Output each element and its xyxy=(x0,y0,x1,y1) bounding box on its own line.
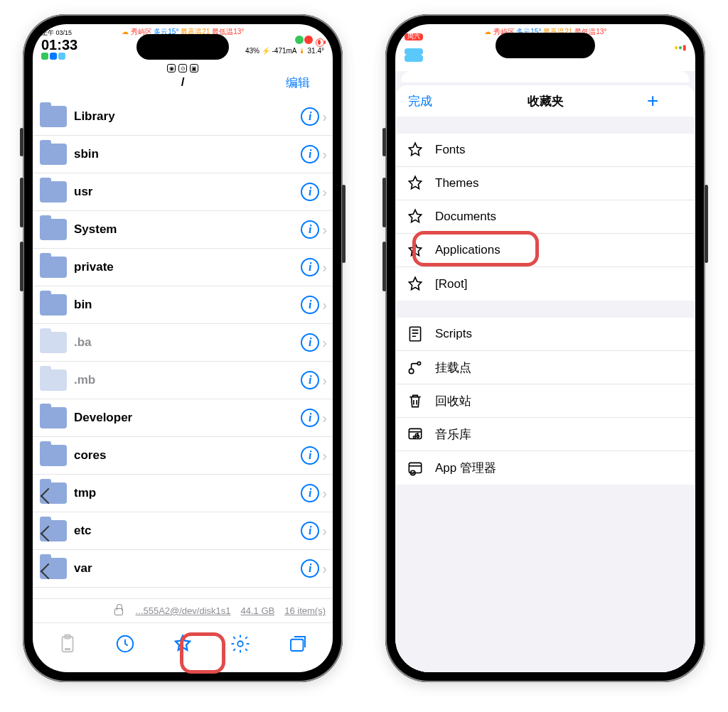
info-button[interactable]: i xyxy=(301,522,319,540)
favorite-label: Themes xyxy=(435,176,478,190)
modal-nav-bar: 完成 收藏夹 + xyxy=(397,85,694,117)
tab-settings[interactable] xyxy=(226,630,255,658)
phone-right: ☁ 秀屿区 多云15° 最高温21 最低温13° 周六 ●●▮ 完成 收藏夹 + xyxy=(385,14,705,682)
file-row[interactable]: privatei› xyxy=(33,249,333,286)
chevron-right-icon: › xyxy=(322,222,327,238)
folder-icon xyxy=(40,445,67,466)
shortcut-row[interactable]: 挂载点 xyxy=(397,351,694,384)
folder-icon xyxy=(40,370,67,391)
chevron-right-icon: › xyxy=(322,259,327,276)
info-button[interactable]: i xyxy=(301,409,319,427)
svg-point-6 xyxy=(237,641,243,647)
file-row[interactable]: coresi› xyxy=(33,437,333,475)
info-button[interactable]: i xyxy=(301,296,319,314)
favorite-label: Applications xyxy=(435,243,500,257)
favorite-row[interactable]: Themes xyxy=(397,167,694,200)
statusbar-icons: ●●▮ xyxy=(674,43,687,52)
chevron-right-icon: › xyxy=(322,297,327,313)
file-label: private xyxy=(74,260,301,274)
info-button[interactable]: i xyxy=(301,145,319,163)
appmgr-icon xyxy=(405,458,425,478)
dynamic-island xyxy=(136,34,229,60)
tab-recent[interactable] xyxy=(111,630,139,658)
folder-icon xyxy=(40,520,67,541)
item-count[interactable]: 16 item(s) xyxy=(284,605,326,616)
disk-path[interactable]: ...555A2@/dev/disk1s1 xyxy=(136,605,231,616)
file-label: Library xyxy=(74,109,301,124)
statusbar-indicators xyxy=(41,53,77,61)
folder-icon xyxy=(40,482,67,504)
shortcut-label: 挂载点 xyxy=(435,360,471,376)
chevron-right-icon: › xyxy=(322,448,327,464)
shortcut-row[interactable]: Scripts xyxy=(397,318,694,351)
shortcut-label: 回收站 xyxy=(435,393,471,409)
statusbar-time: 01:33 xyxy=(41,37,77,53)
tab-windows[interactable] xyxy=(284,630,312,658)
shortcut-label: 音乐库 xyxy=(435,426,471,443)
info-button[interactable]: i xyxy=(301,333,319,352)
file-label: Developer xyxy=(74,411,301,425)
star-icon xyxy=(405,173,425,193)
chevron-right-icon: › xyxy=(322,146,327,163)
folder-icon xyxy=(40,181,67,203)
info-button[interactable]: i xyxy=(301,446,319,465)
info-button[interactable]: i xyxy=(301,371,319,389)
info-button[interactable]: i xyxy=(301,258,319,276)
file-row[interactable]: etci› xyxy=(33,512,333,550)
file-row[interactable]: sbini› xyxy=(33,136,333,173)
file-label: usr xyxy=(74,185,301,199)
file-label: System xyxy=(74,222,301,237)
svg-point-10 xyxy=(417,362,420,365)
info-button[interactable]: i xyxy=(301,183,319,201)
info-button[interactable]: i xyxy=(301,107,319,126)
disk-size[interactable]: 44.1 GB xyxy=(241,605,275,616)
svg-point-9 xyxy=(409,369,414,374)
nav-title: / xyxy=(181,75,185,90)
folder-icon xyxy=(40,144,67,165)
file-row[interactable]: .mbi› xyxy=(33,362,333,399)
shortcut-row[interactable]: App 管理器 xyxy=(397,451,694,485)
file-label: etc xyxy=(74,524,301,538)
shortcut-row[interactable]: 音乐库 xyxy=(397,418,694,451)
tab-favorites[interactable] xyxy=(168,630,197,658)
star-icon xyxy=(405,207,425,227)
folder-icon xyxy=(40,332,67,353)
add-button[interactable]: + xyxy=(647,91,682,111)
folder-icon xyxy=(40,257,67,278)
done-button[interactable]: 完成 xyxy=(408,93,444,109)
file-label: .ba xyxy=(74,335,301,350)
file-label: tmp xyxy=(74,486,301,500)
file-label: sbin xyxy=(74,147,301,161)
favorites-list: FontsThemesDocumentsApplications[Root] xyxy=(397,134,694,301)
file-row[interactable]: vari› xyxy=(33,550,333,588)
info-button[interactable]: i xyxy=(301,559,319,578)
chevron-right-icon: › xyxy=(322,109,327,125)
favorite-row[interactable]: Applications xyxy=(397,234,694,267)
file-row[interactable]: Developeri› xyxy=(33,399,333,437)
edit-button[interactable]: 编辑 xyxy=(286,75,321,91)
dynamic-island xyxy=(496,33,595,58)
shortcut-row[interactable]: 回收站 xyxy=(397,384,694,418)
file-list[interactable]: Libraryi›sbini›usri›Systemi›privatei›bin… xyxy=(33,98,333,598)
lock-icon xyxy=(114,605,126,616)
info-button[interactable]: i xyxy=(301,484,319,502)
script-icon xyxy=(405,324,425,344)
modal-title: 收藏夹 xyxy=(528,93,564,109)
file-row[interactable]: usri› xyxy=(33,173,333,211)
file-row[interactable]: bini› xyxy=(33,286,333,324)
statusbar-icons xyxy=(245,36,324,46)
device-temp: 31.4° xyxy=(308,47,324,55)
bottom-info-bar[interactable]: ...555A2@/dev/disk1s1 44.1 GB 16 item(s) xyxy=(33,598,333,622)
file-row[interactable]: Libraryi› xyxy=(33,98,333,136)
favorite-row[interactable]: Documents xyxy=(397,200,694,234)
favorite-row[interactable]: [Root] xyxy=(397,267,694,301)
tab-bar xyxy=(33,622,333,672)
tab-clipboard[interactable] xyxy=(53,630,82,658)
file-row[interactable]: Systemi› xyxy=(33,211,333,249)
info-button[interactable]: i xyxy=(301,220,319,239)
file-row[interactable]: .bai› xyxy=(33,324,333,362)
file-row[interactable]: tmpi› xyxy=(33,475,333,512)
shortcut-label: Scripts xyxy=(435,327,472,341)
chevron-right-icon: › xyxy=(322,523,327,539)
favorite-row[interactable]: Fonts xyxy=(397,134,694,167)
